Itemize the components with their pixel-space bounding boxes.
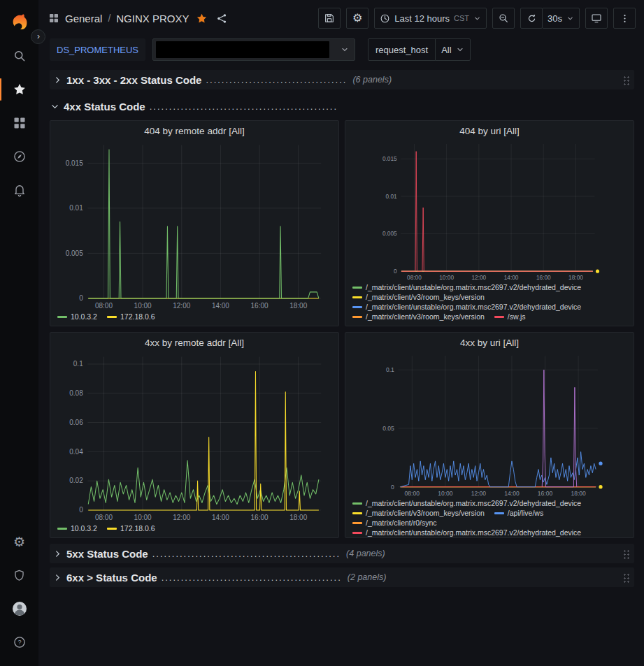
apps-grid-icon	[48, 13, 59, 24]
legend-series-color	[352, 296, 362, 298]
legend-series-color	[352, 532, 362, 534]
row-panel-count: (2 panels)	[348, 572, 387, 582]
legend-item[interactable]: /_matrix/client/v3/room_keys/version	[352, 509, 485, 517]
legend-item[interactable]: /_matrix/client/unstable/org.matrix.msc2…	[352, 283, 581, 291]
datasource-select[interactable]	[152, 38, 355, 61]
help-icon[interactable]: ?	[0, 625, 38, 659]
row-title-dots: ....................................	[206, 75, 347, 85]
refresh-interval-picker[interactable]: 30s	[542, 8, 580, 29]
svg-text:?: ?	[17, 639, 21, 646]
sidebar-bottom-group: ⚙ ?	[0, 525, 38, 659]
search-icon[interactable]	[0, 39, 38, 73]
share-icon[interactable]	[215, 11, 229, 26]
svg-text:16:00: 16:00	[538, 490, 553, 497]
svg-text:0: 0	[79, 294, 83, 302]
row-drag-handle[interactable]	[623, 549, 630, 559]
refresh-interval-label: 30s	[548, 13, 562, 24]
svg-text:12:00: 12:00	[471, 274, 486, 281]
legend-item[interactable]: 10.0.3.2	[57, 524, 97, 533]
legend-item[interactable]: /_matrix/client/v3/room_keys/version	[352, 312, 485, 321]
chart-legend: 10.0.3.2172.18.0.6	[50, 523, 338, 537]
row-header-4xx[interactable]: 4xx Status Code ........................…	[50, 96, 634, 116]
row-drag-handle[interactable]	[623, 572, 630, 583]
svg-text:0.08: 0.08	[69, 389, 83, 397]
svg-text:0.005: 0.005	[66, 249, 83, 257]
sidebar-expand-button[interactable]: ›	[31, 29, 45, 44]
request-host-select[interactable]: All	[435, 38, 470, 61]
svg-text:16:00: 16:00	[251, 514, 269, 521]
request-host-variable: request_host All	[368, 38, 471, 61]
row-header-5xx[interactable]: 5xx Status Code ........................…	[50, 544, 634, 563]
legend-item[interactable]: /api/live/ws	[494, 509, 543, 517]
legend-item[interactable]: /_matrix/client/unstable/org.matrix.msc2…	[352, 528, 581, 537]
panel-title[interactable]: 4xx by uri [All]	[345, 333, 634, 350]
svg-text:16:00: 16:00	[251, 302, 269, 310]
alerting-icon[interactable]	[0, 173, 38, 207]
legend-item[interactable]: /sw.js	[494, 312, 526, 321]
time-series-chart[interactable]: 00.0050.010.01508:0010:0012:0014:0016:00…	[50, 138, 338, 312]
admin-shield-icon[interactable]	[0, 558, 38, 592]
dashboard-title[interactable]: NGINX PROXY	[116, 13, 189, 24]
svg-text:16:00: 16:00	[536, 274, 551, 281]
svg-text:12:00: 12:00	[173, 514, 190, 521]
zoom-out-button[interactable]	[492, 8, 515, 29]
dashboards-icon[interactable]	[0, 106, 38, 140]
panel-title[interactable]: 404 by uri [All]	[345, 121, 634, 138]
legend-item[interactable]: 172.18.0.6	[107, 524, 155, 533]
row-drag-handle[interactable]	[623, 75, 630, 85]
legend-item[interactable]: /_matrix/client/unstable/org.matrix.msc2…	[352, 499, 581, 507]
chart-legend: 10.0.3.2172.18.0.6	[50, 312, 338, 326]
row-header-6xx[interactable]: 6xx > Status Code ......................…	[50, 567, 634, 587]
row-title-dots: ........................................…	[162, 572, 342, 583]
legend-series-label: 172.18.0.6	[120, 524, 155, 533]
datasource-variable-label: DS_PROMETHEUS	[50, 38, 145, 61]
panel-title[interactable]: 404 by remote addr [All]	[50, 121, 338, 138]
legend-series-color	[107, 316, 117, 318]
save-dashboard-button[interactable]	[318, 8, 341, 29]
dashboard-header: General / NGINX PROXY	[38, 0, 644, 36]
favorite-star-icon[interactable]	[194, 11, 209, 26]
breadcrumb-separator: /	[108, 13, 110, 24]
starred-icon[interactable]	[0, 73, 38, 106]
legend-item[interactable]: /_matrix/client/r0/sync	[352, 519, 437, 527]
panel-title[interactable]: 4xx by remote addr [All]	[50, 333, 338, 350]
legend-item[interactable]: 10.0.3.2	[57, 312, 97, 321]
legend-item[interactable]: 172.18.0.6	[107, 312, 155, 321]
legend-series-label: /_matrix/client/v3/room_keys/version	[366, 509, 485, 517]
time-series-chart[interactable]: 00.020.040.060.080.108:0010:0012:0014:00…	[50, 350, 338, 523]
svg-text:18:00: 18:00	[289, 514, 307, 521]
time-series-chart[interactable]: 00.050.108:0010:0012:0014:0016:0018:00	[345, 350, 634, 498]
legend-item[interactable]: /_matrix/client/v3/room_keys/version	[352, 293, 485, 301]
breadcrumb-section[interactable]: General	[65, 13, 102, 24]
legend-item[interactable]: /_matrix/client/unstable/org.matrix.msc2…	[352, 303, 581, 311]
row-panel-count: (4 panels)	[346, 549, 385, 558]
header-actions: ⚙ Last 12 hours CST	[318, 8, 636, 29]
user-avatar[interactable]	[0, 592, 38, 625]
breadcrumb: General / NGINX PROXY	[48, 11, 229, 26]
chevron-down-icon	[51, 103, 59, 110]
time-series-chart[interactable]: 00.0050.010.01508:0010:0012:0014:0016:00…	[345, 138, 634, 282]
svg-text:14:00: 14:00	[212, 514, 229, 521]
time-zone-label: CST	[454, 14, 469, 22]
svg-text:12:00: 12:00	[173, 302, 190, 310]
svg-text:08:00: 08:00	[405, 490, 420, 497]
zoom-out-icon	[498, 13, 509, 24]
settings-icon[interactable]: ⚙	[0, 525, 38, 558]
legend-series-color	[494, 512, 504, 514]
chevron-right-icon	[54, 574, 62, 581]
row-header-1xx[interactable]: 1xx - 3xx - 2xx Status Code ............…	[50, 70, 634, 89]
row-title: 1xx - 3xx - 2xx Status Code	[66, 74, 201, 86]
clock-icon	[380, 13, 390, 24]
tv-mode-button[interactable]	[585, 8, 608, 29]
svg-text:0.01: 0.01	[386, 193, 398, 200]
chevron-down-icon	[473, 15, 481, 22]
legend-series-label: /api/live/ws	[508, 509, 543, 517]
kebab-menu-icon[interactable]	[613, 8, 636, 29]
time-range-picker[interactable]: Last 12 hours CST	[374, 8, 487, 29]
dashboard-settings-button[interactable]: ⚙	[346, 8, 368, 29]
refresh-button[interactable]	[520, 8, 543, 29]
request-host-label[interactable]: request_host	[368, 38, 436, 61]
explore-icon[interactable]	[0, 140, 38, 173]
svg-text:12:00: 12:00	[471, 490, 487, 497]
panel-grid: 404 by remote addr [All] 00.0050.010.015…	[50, 120, 634, 538]
